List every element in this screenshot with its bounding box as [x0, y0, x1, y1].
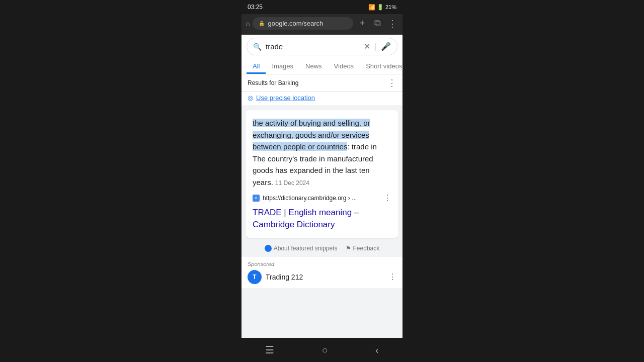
search-tabs: All Images News Videos Short videos [242, 58, 403, 74]
feedback-button[interactable]: ⚑ Feedback [346, 245, 380, 252]
voice-search-button[interactable]: 🎤 [381, 42, 391, 51]
tabs-button[interactable]: ⧉ [371, 18, 383, 29]
tab-short-videos[interactable]: Short videos [360, 58, 403, 74]
sponsored-label: Sponsored [248, 261, 396, 267]
signal-icon: 📶 [368, 4, 375, 11]
sponsored-item[interactable]: T Trading 212 ⋮ [248, 270, 396, 284]
use-precise-location-link[interactable]: Use precise location [256, 94, 315, 102]
snippet-body: the activity of buying and selling, or e… [253, 117, 391, 188]
search-icon: 🔍 [253, 43, 262, 51]
snippet-source-row: d https://dictionary.cambridge.org › ...… [253, 193, 391, 203]
feedback-label: Feedback [353, 245, 380, 252]
about-snippets-icon [265, 245, 272, 252]
status-bar: 03:25 📶 🔋 21% [242, 0, 403, 14]
browser-menu-button[interactable]: ⋮ [386, 18, 398, 29]
location-more-options[interactable]: ⋮ [387, 77, 396, 88]
nav-bar: ☰ ○ ‹ [242, 338, 403, 362]
favicon-char: d [255, 196, 257, 200]
source-url: https://dictionary.cambridge.org › ... [263, 195, 380, 202]
address-bar-row: ⌂ 🔒 google.com/search + ⧉ ⋮ [246, 17, 398, 30]
nav-menu-button[interactable]: ☰ [255, 340, 284, 360]
clear-search-button[interactable]: ✕ [364, 42, 370, 51]
status-time: 03:25 [248, 4, 263, 11]
results-for-text: Results for Barking [248, 79, 298, 86]
about-snippets-label: About featured snippets [274, 245, 338, 252]
new-tab-button[interactable]: + [356, 18, 368, 29]
tab-videos[interactable]: Videos [328, 58, 360, 74]
nav-home-button[interactable]: ○ [312, 340, 338, 360]
featured-snippet-card: the activity of buying and selling, or e… [246, 110, 398, 238]
search-bar-container: 🔍 trade ✕ | 🎤 [242, 35, 403, 58]
snippet-title-link[interactable]: TRADE | English meaning – Cambridge Dict… [253, 207, 391, 231]
tab-images[interactable]: Images [266, 58, 299, 74]
location-link-row: ◎ Use precise location [242, 92, 403, 106]
main-content: Results for Barking ⋮ ◎ Use precise loca… [242, 74, 403, 338]
tab-news[interactable]: News [299, 58, 328, 74]
location-bar: Results for Barking ⋮ [242, 74, 403, 92]
nav-back-button[interactable]: ‹ [365, 340, 389, 360]
address-url: google.com/search [268, 20, 347, 27]
search-bar: 🔍 trade ✕ | 🎤 [247, 38, 397, 55]
sponsored-logo-char: T [253, 274, 256, 281]
status-icons: 📶 🔋 21% [368, 4, 396, 11]
phone-screen: 03:25 📶 🔋 21% ⌂ 🔒 google.com/search + ⧉ … [242, 0, 403, 362]
wifi-icon: 🔋 [377, 4, 384, 11]
browser-chrome: ⌂ 🔒 google.com/search + ⧉ ⋮ [242, 14, 403, 35]
search-query-text[interactable]: trade [266, 42, 360, 51]
address-bar[interactable]: 🔒 google.com/search [253, 17, 353, 30]
lock-icon: 🔒 [259, 21, 265, 26]
about-snippets-button[interactable]: About featured snippets [265, 245, 338, 252]
battery-text: 21% [385, 4, 396, 10]
sponsored-name: Trading 212 [266, 273, 303, 281]
feedback-icon: ⚑ [346, 245, 351, 252]
snippet-date: 11 Dec 2024 [275, 179, 309, 187]
search-divider: | [374, 41, 377, 52]
sponsored-more-button[interactable]: ⋮ [388, 272, 396, 282]
sponsored-section: Sponsored T Trading 212 ⋮ [242, 257, 403, 288]
snippet-footer: About featured snippets ⚑ Feedback [246, 242, 398, 255]
tab-all[interactable]: All [247, 58, 266, 74]
home-button[interactable]: ⌂ [246, 20, 250, 28]
snippet-source-more[interactable]: ⋮ [383, 193, 391, 203]
sponsored-logo: T [248, 270, 262, 284]
source-favicon: d [253, 195, 260, 202]
location-icon: ◎ [248, 94, 253, 102]
